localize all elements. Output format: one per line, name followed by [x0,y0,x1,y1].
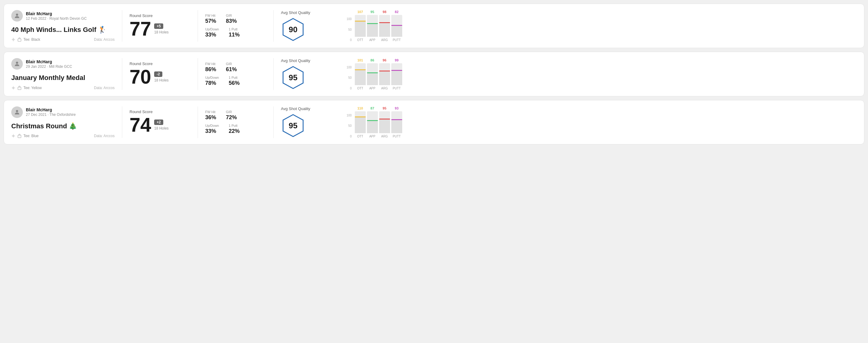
stat-gir-label: GIR [226,62,237,66]
stat-fw-hit: FW Hit36% [205,110,216,121]
divider [122,10,122,42]
bar-container [391,111,402,133]
stat-oneputt: 1 Putt22% [229,124,240,134]
bar-fill [355,22,366,37]
svg-point-4 [16,62,18,64]
bar-label: OTT [357,135,363,138]
chart-col: 82PUTT [391,10,402,42]
data-source: Data: Arccos [94,134,115,138]
card-left-section: Blair McHarg12 Feb 2022 · Royal North De… [11,10,115,42]
score-main: 74+218 Holes [129,115,190,135]
bar-line [355,69,366,70]
stat-gir-value: 72% [226,114,237,121]
svg-point-5 [13,87,14,89]
bar-value: 86 [371,58,374,62]
score-badge: +2 [154,120,163,125]
stat-gir: GIR83% [226,14,237,24]
stat-updown-value: 33% [205,128,219,134]
bar-container [367,111,378,133]
round-card: Blair McHarg12 Feb 2022 · Royal North De… [4,4,864,48]
score-section: Round Score70-218 Holes [129,58,190,90]
chart-col: 87APP [367,106,378,138]
quality-label: Avg Shot Quality [281,58,310,63]
score-badge-wrap: -218 Holes [154,71,168,83]
bar-value: 95 [383,106,386,110]
stats-section: FW Hit57%GIR83%Up/Down33%1 Putt11% [205,10,266,42]
card-left-section: Blair McHarg29 Jan 2022 · Mill Ride GCCJ… [11,58,115,90]
score-section: Round Score77+518 Holes [129,10,190,42]
bar-label: PUTT [393,38,401,42]
score-section: Round Score74+218 Holes [129,106,190,138]
card-left-section: Blair McHarg27 Dec 2021 · The Oxfordshir… [11,106,115,138]
chart-section: 100500110OTT87APP95ARG93PUTT [342,106,857,138]
stat-gir-value: 83% [226,18,237,24]
tee-label: Tee: Yellow [23,86,42,90]
bar-value: 95 [371,10,374,14]
bar-label: APP [369,135,375,138]
chart-y-labels: 100500 [347,66,352,90]
stats-row-1: FW Hit36%GIR72% [205,110,266,121]
bar-value: 98 [383,10,386,14]
bar-line [379,119,390,120]
bar-container [355,111,366,133]
bar-container [379,63,390,85]
user-text: Blair McHarg27 Dec 2021 · The Oxfordshir… [26,107,76,117]
stat-oneputt-label: 1 Putt [229,124,240,127]
quality-section: Avg Shot Quality 90 [281,10,342,42]
stat-gir-value: 61% [226,66,237,73]
score-holes: 18 Holes [154,78,168,83]
bar-value: 99 [395,58,399,62]
chart-col: 86APP [367,58,378,90]
stat-fw-hit-value: 57% [205,18,216,24]
bar-line [355,117,366,117]
y-label: 0 [350,135,352,138]
y-label: 0 [350,87,352,90]
chart-col: 110OTT [355,106,366,138]
score-number: 77 [129,19,151,39]
bar-container [355,63,366,85]
hexagon: 95 [281,114,305,138]
chart-section: 100500101OTT86APP96ARG99PUTT [342,58,857,90]
bar-fill [367,73,378,85]
svg-rect-6 [18,87,21,89]
stat-oneputt-value: 22% [229,128,240,134]
bar-fill [391,71,402,85]
tee-info: Tee: Blue [11,134,39,138]
user-name: Blair McHarg [26,59,72,64]
chart-section: 100500107OTT95APP98ARG82PUTT [342,10,857,42]
bar-line [367,120,378,121]
y-label: 0 [350,38,352,42]
tee-label: Tee: Black [23,37,40,42]
stat-oneputt-label: 1 Putt [229,76,240,80]
stat-fw-hit-label: FW Hit [205,14,216,17]
chart-col: 101OTT [355,58,366,90]
round-title: January Monthly Medal [11,74,115,82]
bar-fill [379,23,390,37]
y-label: 50 [348,76,352,80]
score-holes: 18 Holes [154,30,168,34]
bar-value: 96 [383,58,386,62]
bar-container [379,15,390,37]
chart-y-labels: 100500 [347,114,352,138]
score-holes: 18 Holes [154,126,168,130]
score-number: 70 [129,67,151,87]
round-card: Blair McHarg29 Jan 2022 · Mill Ride GCCJ… [4,52,864,96]
chart-inner: 100500101OTT86APP96ARG99PUTT [347,58,857,90]
stat-fw-hit-label: FW Hit [205,62,216,66]
stat-updown-value: 33% [205,32,219,38]
stats-row-1: FW Hit57%GIR83% [205,14,266,24]
bar-value: 93 [395,106,399,110]
chart-col: 98ARG [379,10,390,42]
bar-line [355,21,366,22]
score-label: Round Score [129,61,190,66]
y-label: 50 [348,28,352,31]
score-main: 70-218 Holes [129,67,190,87]
divider [197,106,198,138]
bar-container [355,15,366,37]
divider [197,10,198,42]
user-info: Blair McHarg12 Feb 2022 · Royal North De… [11,10,115,22]
quality-label: Avg Shot Quality [281,10,310,15]
chart-col: 96ARG [379,58,390,90]
tee-label: Tee: Blue [23,134,39,138]
hexagon-wrap: 95 [281,114,305,138]
